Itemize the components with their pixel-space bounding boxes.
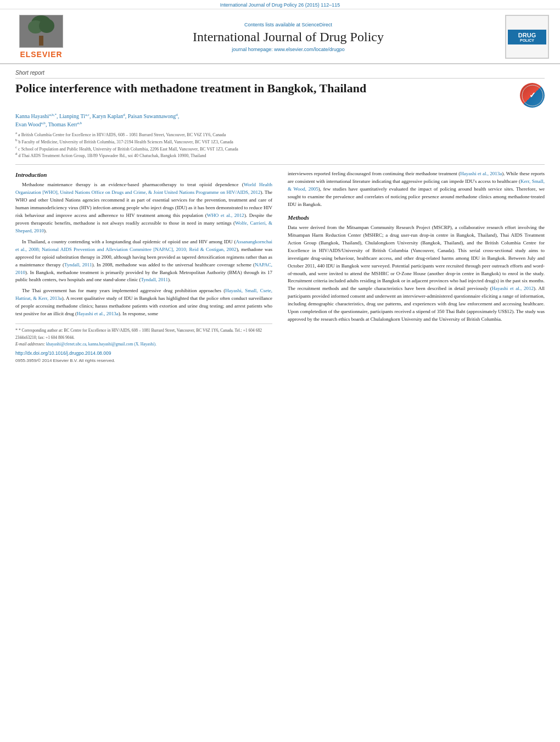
email-note: E-mail addresses: khayashi@cfenet.ubc.ca…: [15, 341, 272, 348]
journal-name: International Journal of Drug Policy: [82, 30, 494, 44]
footnote-section: * * Corresponding author at: BC Centre f…: [15, 323, 272, 364]
intro-continuation: interviewees reported feeling discourage…: [288, 170, 545, 209]
article-title-row: Police interference with methadone treat…: [15, 81, 545, 108]
svg-text:✓: ✓: [529, 91, 536, 99]
corresponding-author-note: * * Corresponding author at: BC Centre f…: [15, 327, 272, 341]
authors-line: Kanna Hayashia,b,*, Lianping Tia,c, Kary…: [15, 112, 545, 129]
elsevier-tree-image: [19, 15, 63, 48]
two-column-content: Introduction Methadone maintenance thera…: [15, 170, 545, 364]
article-main: Short report Police interference with me…: [0, 64, 560, 370]
drug-policy-logo: DRUG POLICY: [505, 15, 549, 59]
journal-header: ELSEVIER Contents lists available at Sci…: [0, 9, 560, 64]
homepage-link: journal homepage: www.elsevier.com/locat…: [82, 47, 494, 52]
svg-point-3: [39, 19, 54, 33]
article-type-label: Short report: [15, 70, 545, 79]
introduction-body: Methadone maintenance therapy is an evid…: [15, 181, 272, 318]
intro-para-3: The Thai government has for many years i…: [15, 287, 272, 318]
elsevier-logo: ELSEVIER: [11, 15, 71, 59]
doi-link[interactable]: http://dx.doi.org/10.1016/j.drugpo.2014.…: [15, 350, 272, 358]
methods-body: Data were derived from the Mitsampan Com…: [288, 224, 545, 323]
intro-para-1: Methadone maintenance therapy is an evid…: [15, 181, 272, 235]
svg-rect-4: [39, 36, 43, 46]
completed-word: completed: [300, 309, 321, 314]
elsevier-label: ELSEVIER: [20, 50, 62, 59]
author-affiliations: a a British Columbia Centre for Excellen…: [15, 132, 545, 165]
journal-title-center: Contents lists available at ScienceDirec…: [71, 22, 505, 52]
affiliation-d: d d Thai AIDS Treatment Action Group, 1B…: [15, 153, 545, 160]
sciencedirect-link: Contents lists available at ScienceDirec…: [82, 22, 494, 27]
affiliation-b: b b Faculty of Medicine, University of B…: [15, 139, 545, 146]
crossmark-logo: ✓: [520, 83, 545, 108]
top-bar: International Journal of Drug Policy 26 …: [0, 0, 560, 9]
copyright-line: 0955-3959/© 2014 Elsevier B.V. All right…: [15, 358, 272, 365]
affiliation-a: a a British Columbia Centre for Excellen…: [15, 132, 545, 139]
intro-para-2: In Thailand, a country contending with a…: [15, 238, 272, 284]
introduction-title: Introduction: [15, 171, 272, 178]
drug-policy-logo-inner: DRUG POLICY: [508, 30, 546, 44]
article-title: Police interference with methadone treat…: [15, 81, 520, 97]
methods-title: Methods: [288, 214, 545, 221]
intro-para-3-continued: interviewees reported feeling discourage…: [288, 170, 545, 209]
journal-citation: International Journal of Drug Policy 26 …: [220, 2, 340, 8]
left-column: Introduction Methadone maintenance thera…: [15, 170, 272, 364]
affiliation-c: c c School of Population and Public Heal…: [15, 146, 545, 153]
methods-para: Data were derived from the Mitsampan Com…: [288, 224, 545, 323]
right-column: interviewees reported feeling discourage…: [288, 170, 545, 364]
